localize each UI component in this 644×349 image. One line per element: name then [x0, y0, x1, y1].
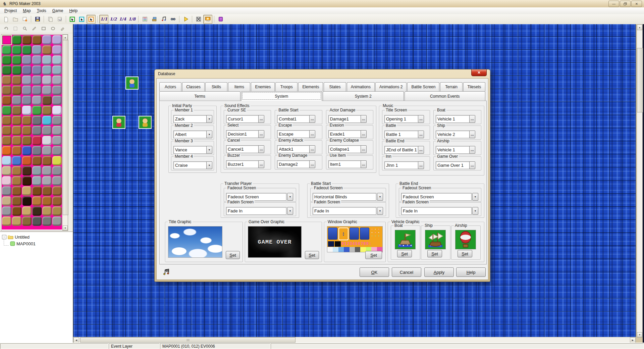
browse-ellipsis-button[interactable]: … — [258, 115, 264, 123]
palette-tile[interactable] — [42, 186, 52, 196]
open-project-button[interactable] — [11, 15, 20, 24]
music-value[interactable]: Vehicle 1 — [436, 115, 470, 123]
palette-tile[interactable] — [12, 126, 22, 136]
palette-tile[interactable] — [32, 85, 42, 95]
tree-root-row[interactable]: − Untitled — [2, 234, 73, 240]
event-layer-button[interactable] — [87, 15, 96, 24]
palette-tile[interactable] — [12, 196, 22, 206]
palette-tile[interactable] — [52, 186, 62, 196]
palette-tile[interactable] — [2, 75, 12, 85]
palette-tile[interactable] — [2, 206, 12, 216]
fullscreen-button[interactable] — [194, 15, 203, 24]
show-title-button[interactable]: TITLE — [203, 15, 212, 24]
palette-tile[interactable] — [12, 166, 22, 176]
palette-scrollbar[interactable]: ▲ ▼ — [62, 35, 68, 231]
palette-tile[interactable] — [2, 186, 12, 196]
music-value[interactable]: Opening 1 — [384, 115, 419, 123]
palette-tile[interactable] — [32, 115, 42, 126]
browse-ellipsis-button[interactable]: … — [469, 146, 475, 154]
palette-tile[interactable] — [52, 115, 62, 126]
palette-tile[interactable] — [52, 166, 62, 176]
palette-tile[interactable] — [52, 65, 62, 75]
palette-tile[interactable] — [22, 55, 32, 65]
close-project-button[interactable] — [20, 15, 29, 24]
tree-map-row[interactable]: MAP0001 — [2, 240, 73, 247]
palette-tile[interactable] — [52, 176, 62, 186]
palette-tile[interactable] — [32, 136, 42, 146]
palette-tile[interactable] — [52, 216, 62, 226]
sound-effect-value[interactable]: Cancel1 — [226, 145, 259, 153]
music-value[interactable]: Battle 1 — [384, 131, 419, 138]
browse-ellipsis-button[interactable]: … — [469, 131, 475, 138]
palette-tile[interactable] — [52, 136, 62, 146]
palette-tile[interactable] — [12, 206, 22, 216]
db-tab[interactable]: Skills — [205, 82, 227, 91]
palette-tile[interactable] — [52, 206, 62, 216]
palette-tile[interactable] — [42, 35, 52, 45]
palette-tile[interactable] — [32, 156, 42, 166]
sound-effect-value[interactable]: Evade1 — [328, 130, 361, 138]
palette-tile[interactable] — [2, 65, 12, 75]
palette-scroll-thumb[interactable] — [63, 40, 68, 215]
sound-effect-value[interactable]: Decision1 — [226, 130, 259, 138]
palette-tile[interactable] — [12, 136, 22, 146]
palette-tile[interactable] — [52, 126, 62, 136]
tab-common-events[interactable]: Common Events — [405, 91, 486, 101]
palette-tile[interactable] — [32, 45, 42, 55]
palette-tile[interactable] — [22, 176, 32, 186]
palette-tile[interactable] — [42, 146, 52, 156]
music-value[interactable]: Vehicle 2 — [436, 131, 470, 138]
fill-tool-button[interactable] — [58, 25, 66, 32]
browse-ellipsis-button[interactable]: … — [258, 130, 264, 138]
browse-ellipsis-button[interactable]: … — [361, 115, 367, 123]
title-set-button[interactable]: Set — [226, 251, 240, 259]
palette-tile[interactable] — [22, 126, 32, 136]
browse-ellipsis-button[interactable]: … — [418, 146, 424, 154]
palette-tile[interactable] — [12, 95, 22, 105]
palette-tile[interactable] — [12, 45, 22, 55]
cancel-button[interactable]: Cancel — [392, 267, 421, 277]
db-tab[interactable]: Battle Screen — [407, 82, 439, 91]
db-tab[interactable]: Elements — [298, 82, 323, 91]
palette-tile[interactable] — [52, 146, 62, 156]
palette-tile[interactable] — [2, 146, 12, 156]
member-dropdown[interactable]: Albert — [173, 131, 208, 138]
palette-tile[interactable] — [12, 35, 22, 45]
sound-effect-value[interactable]: Escape — [277, 130, 310, 138]
palette-tile[interactable] — [22, 105, 32, 115]
palette-tile[interactable] — [42, 136, 52, 146]
palette-tile[interactable] — [42, 65, 52, 75]
sound-effect-value[interactable]: Buzzer1 — [226, 160, 259, 168]
palette-tile[interactable] — [12, 65, 22, 75]
dialog-titlebar[interactable]: Database — [155, 69, 490, 78]
find-button[interactable] — [168, 15, 177, 24]
palette-tile[interactable] — [32, 126, 42, 136]
palette-tile[interactable] — [32, 75, 42, 85]
dropdown-arrow-icon[interactable]: ▼ — [287, 193, 293, 201]
palette-tile[interactable] — [12, 85, 22, 95]
dropdown-arrow-icon[interactable]: ▼ — [206, 131, 212, 138]
lower-layer-button[interactable] — [68, 15, 77, 24]
palette-tile[interactable] — [42, 75, 52, 85]
palette-tile[interactable] — [32, 216, 42, 226]
palette-tile[interactable] — [2, 176, 12, 186]
palette-tile[interactable] — [42, 156, 52, 166]
browse-ellipsis-button[interactable]: … — [258, 160, 264, 168]
resource-manager-button[interactable] — [150, 15, 159, 24]
palette-tile[interactable] — [2, 55, 12, 65]
browse-ellipsis-button[interactable]: … — [361, 130, 367, 138]
browse-ellipsis-button[interactable]: … — [309, 130, 315, 138]
dropdown-arrow-icon[interactable]: ▼ — [206, 146, 212, 154]
palette-tile[interactable] — [2, 85, 12, 95]
palette-tile[interactable] — [22, 45, 32, 55]
help-dialog-button[interactable]: Help — [456, 267, 486, 277]
palette-tile[interactable] — [42, 206, 52, 216]
palette-tile[interactable] — [22, 85, 32, 95]
pen-tool-button[interactable] — [30, 25, 38, 32]
palette-tile[interactable] — [32, 105, 42, 115]
map-scroll-down-icon[interactable]: ▼ — [637, 332, 642, 337]
browse-ellipsis-button[interactable]: … — [258, 145, 264, 153]
help-button[interactable]: ? — [216, 15, 225, 24]
copy-map-button[interactable] — [46, 15, 55, 24]
palette-tile[interactable] — [22, 186, 32, 196]
